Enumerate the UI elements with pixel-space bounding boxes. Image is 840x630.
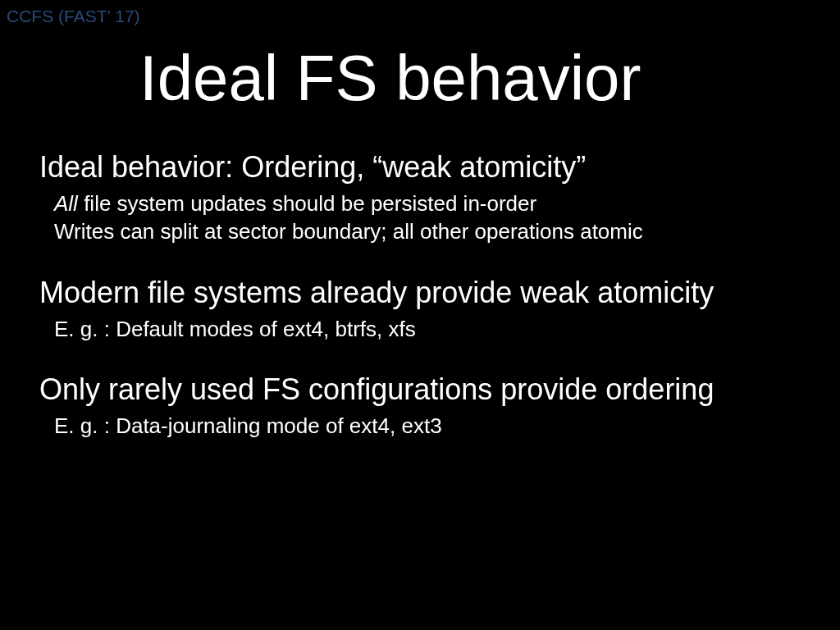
- block-sub: All file system updates should be persis…: [39, 190, 807, 218]
- slide: CCFS (FAST’ 17) Ideal FS behavior Ideal …: [0, 0, 840, 630]
- sub-italic: All: [54, 191, 78, 216]
- sub-text: file system updates should be persisted …: [78, 191, 536, 216]
- slide-title: Ideal FS behavior: [139, 41, 840, 116]
- block-sub: E. g. : Data-journaling mode of ext4, ex…: [39, 413, 807, 441]
- block-heading: Only rarely used FS configurations provi…: [39, 371, 807, 408]
- sub-text: E. g. : Default modes of ext4, btrfs, xf…: [54, 317, 416, 341]
- block-sub: E. g. : Default modes of ext4, btrfs, xf…: [39, 316, 807, 344]
- block-heading: Ideal behavior: Ordering, “weak atomicit…: [39, 148, 807, 185]
- slide-header: CCFS (FAST’ 17): [0, 0, 840, 26]
- content-block: Ideal behavior: Ordering, “weak atomicit…: [39, 148, 807, 246]
- block-sub: Writes can split at sector boundary; all…: [39, 218, 807, 246]
- sub-text: E. g. : Data-journaling mode of ext4, ex…: [54, 413, 442, 438]
- block-heading: Modern file systems already provide weak…: [39, 274, 807, 311]
- content-block: Modern file systems already provide weak…: [39, 274, 807, 344]
- sub-text: Writes can split at sector boundary; all…: [54, 219, 643, 244]
- slide-content: Ideal behavior: Ordering, “weak atomicit…: [0, 148, 840, 441]
- content-block: Only rarely used FS configurations provi…: [39, 371, 807, 441]
